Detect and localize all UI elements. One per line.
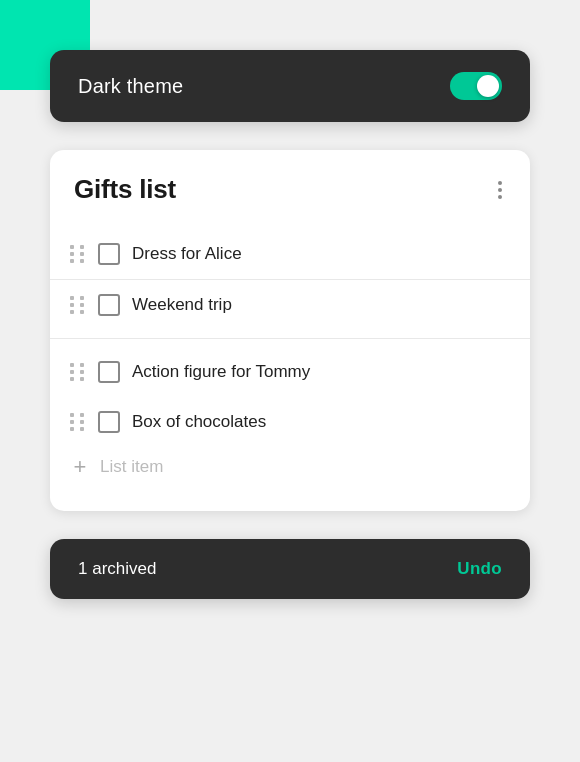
gifts-list-header: Gifts list bbox=[50, 174, 530, 221]
dark-theme-label: Dark theme bbox=[78, 75, 183, 98]
item-text-2: Weekend trip bbox=[132, 295, 232, 315]
item-checkbox-3[interactable] bbox=[98, 361, 120, 383]
add-item-placeholder: List item bbox=[100, 457, 163, 477]
list-item: Weekend trip bbox=[50, 280, 530, 330]
item-text-1: Dress for Alice bbox=[132, 244, 242, 264]
drag-handle-icon[interactable] bbox=[70, 363, 86, 381]
item-text-3: Action figure for Tommy bbox=[132, 362, 310, 382]
more-options-button[interactable] bbox=[494, 177, 506, 203]
list-item: Box of chocolates bbox=[50, 397, 530, 447]
toggle-knob bbox=[477, 75, 499, 97]
drag-handle-icon[interactable] bbox=[70, 413, 86, 431]
list-group-1: Dress for Alice Weekend trip bbox=[50, 221, 530, 338]
drag-handle-icon[interactable] bbox=[70, 245, 86, 263]
item-checkbox-2[interactable] bbox=[98, 294, 120, 316]
archive-text: 1 archived bbox=[78, 559, 156, 579]
undo-button[interactable]: Undo bbox=[457, 559, 502, 579]
item-checkbox-4[interactable] bbox=[98, 411, 120, 433]
gifts-list-card: Gifts list Dress for Alice bbox=[50, 150, 530, 511]
gifts-list-title: Gifts list bbox=[74, 174, 176, 205]
dark-theme-card: Dark theme bbox=[50, 50, 530, 122]
dark-theme-toggle[interactable] bbox=[450, 72, 502, 100]
list-item: Dress for Alice bbox=[50, 229, 530, 279]
add-icon: + bbox=[72, 459, 88, 475]
list-group-2: Action figure for Tommy Box of chocolate… bbox=[50, 339, 530, 495]
list-item: Action figure for Tommy bbox=[50, 347, 530, 397]
drag-handle-icon[interactable] bbox=[70, 296, 86, 314]
item-checkbox-1[interactable] bbox=[98, 243, 120, 265]
add-item-row[interactable]: + List item bbox=[50, 447, 530, 487]
archive-bar: 1 archived Undo bbox=[50, 539, 530, 599]
item-text-4: Box of chocolates bbox=[132, 412, 266, 432]
